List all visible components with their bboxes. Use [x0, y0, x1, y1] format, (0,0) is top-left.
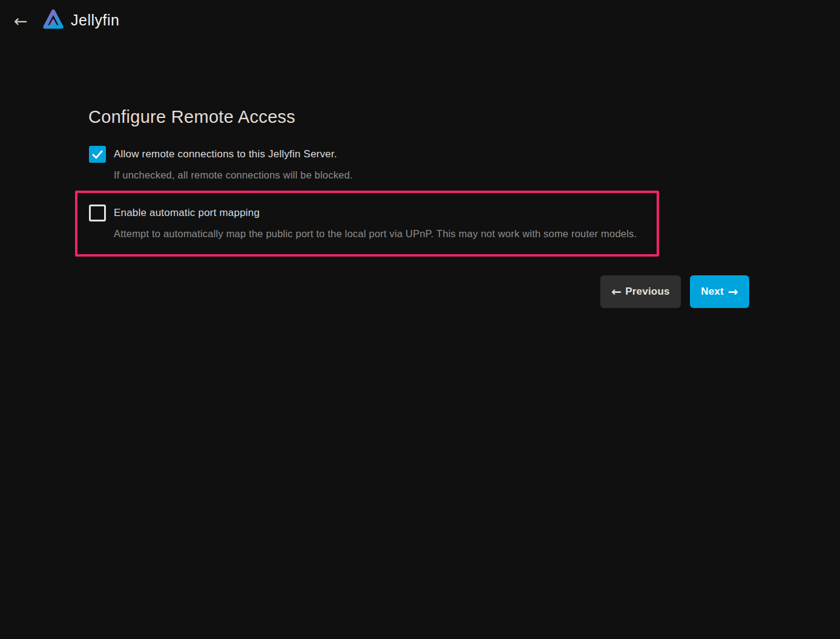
jellyfin-logo-icon [41, 7, 65, 34]
back-button[interactable]: ← [10, 10, 31, 32]
allow-remote-label[interactable]: Allow remote connections to this Jellyfi… [114, 146, 337, 160]
port-mapping-description: Attempt to automatically map the public … [114, 228, 637, 240]
arrow-left-icon: ← [611, 286, 622, 298]
field-enable-port-mapping: Enable automatic port mapping Attempt to… [89, 205, 637, 240]
previous-button[interactable]: ← Previous [600, 275, 681, 308]
page-title: Configure Remote Access [88, 107, 295, 127]
previous-button-label: Previous [625, 286, 669, 298]
next-button[interactable]: Next → [690, 275, 749, 308]
checkmark-icon [91, 148, 103, 160]
arrow-left-icon: ← [14, 11, 28, 30]
app-header: ← Jellyfin [0, 0, 840, 41]
next-button-label: Next [701, 286, 724, 298]
field-allow-remote-connections: Allow remote connections to this Jellyfi… [89, 146, 353, 181]
port-mapping-label[interactable]: Enable automatic port mapping [114, 205, 260, 219]
allow-remote-checkbox[interactable] [89, 146, 106, 163]
arrow-right-icon: → [728, 286, 738, 298]
app-logo: Jellyfin [41, 7, 119, 34]
app-name: Jellyfin [71, 11, 119, 29]
port-mapping-checkbox[interactable] [89, 205, 106, 221]
allow-remote-description: If unchecked, all remote connections wil… [114, 169, 353, 181]
